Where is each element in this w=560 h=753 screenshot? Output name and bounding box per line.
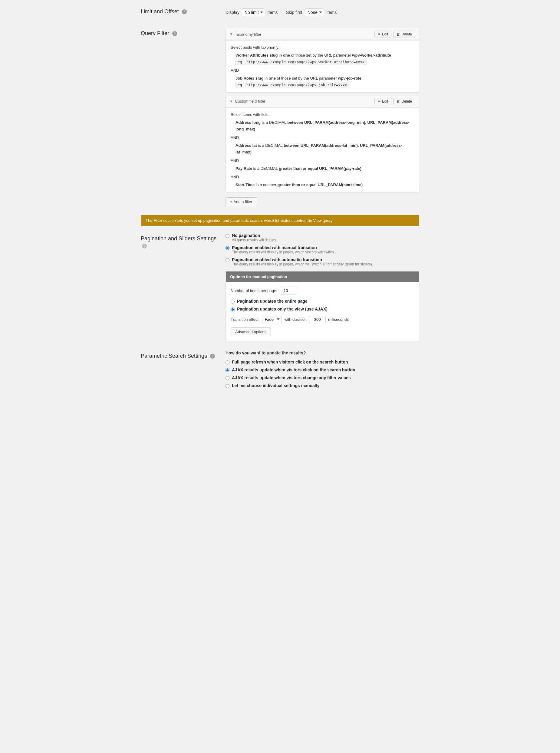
pagination-auto-label: Pagination enabled with automatic transi… — [232, 257, 373, 262]
pagination-auto-option: Pagination enabled with automatic transi… — [225, 257, 419, 266]
parametric-question: How do you want to update the results? — [225, 350, 419, 355]
update-view-radio[interactable] — [231, 307, 235, 311]
start-time-line: Start Time is a number greater than or e… — [236, 183, 363, 187]
param-ajax-button-radio[interactable] — [225, 368, 229, 372]
param-full-refresh-label: Full page refresh when visitors click on… — [232, 360, 348, 364]
no-pagination-option: No pagination All query results will dis… — [225, 233, 419, 242]
items-per-page-label: Number of items per page: — [231, 288, 277, 293]
manual-pagination-panel-header: Options for manual pagination — [226, 271, 419, 282]
edit-icon: ✏ — [378, 32, 381, 36]
update-view-option: Pagination updates only the view (use AJ… — [231, 307, 414, 311]
query-filter-section: Query Filter ? ▼ Taxonomy filter ✏ Edit — [141, 28, 419, 206]
parametric-help-icon[interactable]: ? — [210, 354, 215, 359]
update-radio-group: Pagination updates the entire page Pagin… — [231, 299, 414, 311]
taxonomy-edit-button[interactable]: ✏ Edit — [375, 30, 392, 38]
custom-field-edit-button[interactable]: ✏ Edit — [375, 98, 392, 105]
filter-funnel-icon: ▼ — [229, 32, 233, 36]
pagination-section: Pagination and Sliders Settings ? No pag… — [141, 233, 419, 341]
items-label: items — [267, 10, 278, 15]
parametric-radio-group: Full page refresh when visitors click on… — [225, 360, 419, 388]
custom-field-filter-box: ▼ Custom field filter ✏ Edit 🗑 Delete — [225, 95, 419, 192]
taxonomy-filter-actions: ✏ Edit 🗑 Delete — [375, 30, 415, 38]
update-entire-label: Pagination updates the entire page — [237, 299, 307, 304]
transition-effect-row: Transition effect: Fade Slide None with … — [231, 316, 414, 323]
and1: AND — [231, 67, 414, 74]
no-pagination-radio[interactable] — [225, 234, 229, 238]
param-full-refresh-radio[interactable] — [225, 361, 229, 364]
custom-field-filter-actions: ✏ Edit 🗑 Delete — [375, 98, 415, 105]
advanced-options-button[interactable]: Advanced options — [231, 327, 271, 336]
taxonomy-delete-button[interactable]: 🗑 Delete — [393, 30, 415, 38]
pagination-manual-desc: The query results will display in pages,… — [232, 250, 335, 254]
display-select[interactable]: No limit 5 10 20 50 100 — [242, 8, 265, 16]
pagination-manual-label: Pagination enabled with manual transitio… — [232, 245, 335, 250]
custom-field-filter-title: ▼ Custom field filter — [229, 99, 265, 103]
manual-pagination-panel: Options for manual pagination Number of … — [225, 271, 419, 341]
pagination-content: No pagination All query results will dis… — [225, 233, 419, 341]
items-per-page-spinner — [280, 287, 296, 294]
info-banner: The Filter section lets you set up pagin… — [141, 215, 419, 226]
pagination-help-icon[interactable]: ? — [142, 244, 147, 248]
worker-attr-eg: eg. http://www.example.com/page/?wpv-wor… — [236, 59, 366, 65]
taxonomy-filter-title: ▼ Taxonomy filter — [229, 32, 261, 37]
update-view-label: Pagination updates only the view (use AJ… — [237, 307, 327, 311]
limit-offset-content: Display No limit 5 10 20 50 100 items | … — [225, 6, 419, 19]
delete-icon2: 🗑 — [397, 99, 400, 103]
pagination-label: Pagination and Sliders Settings ? — [141, 233, 225, 248]
add-filter-label: Add a filter — [234, 200, 253, 204]
param-full-refresh-option: Full page refresh when visitors click on… — [225, 360, 419, 364]
display-label: Display — [225, 10, 239, 15]
address-long-line: Address long is a DECIMAL between URL_PA… — [236, 120, 409, 131]
duration-label: with duration — [284, 317, 307, 322]
parametric-content: How do you want to update the results? F… — [225, 350, 419, 393]
advanced-options-row: Advanced options — [231, 327, 414, 336]
pagination-manual-radio[interactable] — [225, 246, 229, 250]
custom-field-intro: Select items with field: — [231, 111, 414, 118]
add-filter-icon: + — [230, 200, 233, 204]
skip-select[interactable]: None 1 2 5 10 — [305, 8, 324, 16]
param-ajax-filter-option: AJAX results update when visitors change… — [225, 375, 419, 380]
custom-field-filter-header: ▼ Custom field filter ✏ Edit 🗑 Delete — [226, 95, 419, 108]
query-filter-help-icon[interactable]: ? — [172, 31, 177, 36]
param-manual-radio[interactable] — [225, 384, 229, 388]
and2: AND — [231, 135, 414, 141]
manual-pagination-title: Options for manual pagination — [230, 274, 287, 279]
pagination-radio-group: No pagination All query results will dis… — [225, 233, 419, 266]
no-pagination-desc: All query results will display. — [232, 238, 277, 242]
duration-unit: miliseconds — [328, 317, 349, 322]
update-entire-option: Pagination updates the entire page — [231, 299, 414, 304]
job-role-eg: eg. http://www.example.com/page/?wpv-job… — [236, 82, 349, 88]
custom-field-delete-button[interactable]: 🗑 Delete — [393, 98, 415, 105]
update-entire-radio[interactable] — [231, 300, 235, 304]
parametric-section: Parametric Search Settings ? How do you … — [141, 350, 419, 393]
duration-input[interactable] — [309, 316, 326, 323]
custom-field-filter-title-text: Custom field filter — [235, 99, 265, 103]
custom-field-filter-body: Select items with field: Address long is… — [226, 108, 419, 192]
filter-funnel-icon2: ▼ — [229, 99, 233, 103]
pagination-auto-radio[interactable] — [225, 258, 229, 262]
param-ajax-button-label: AJAX results update when visitors click … — [232, 367, 355, 372]
pagination-manual-option: Pagination enabled with manual transitio… — [225, 245, 419, 254]
parametric-label: Parametric Search Settings ? — [141, 350, 225, 359]
param-manual-label: Let me choose individual settings manual… — [232, 383, 319, 388]
param-ajax-filter-radio[interactable] — [225, 376, 229, 380]
items-per-page-input[interactable] — [280, 287, 296, 294]
advanced-options-label: Advanced options — [235, 330, 266, 334]
transition-label: Transition effect: — [231, 317, 259, 322]
pagination-auto-desc: The query results will display in pages,… — [232, 262, 373, 266]
transition-select[interactable]: Fade Slide None — [262, 316, 282, 323]
manual-pagination-panel-body: Number of items per page: Pagination upd… — [226, 282, 419, 341]
limit-offset-label: Limit and Offset ? — [141, 6, 225, 15]
param-manual-option: Let me choose individual settings manual… — [225, 383, 419, 388]
taxonomy-filter-header: ▼ Taxonomy filter ✏ Edit 🗑 Delete — [226, 28, 419, 41]
job-roles-slug: Job Roles slug in one of those set by th… — [236, 76, 361, 81]
add-filter-button[interactable]: + Add a filter — [225, 197, 257, 206]
items-label2: items — [327, 10, 337, 15]
items-per-page-row: Number of items per page: — [231, 287, 414, 294]
edit-icon2: ✏ — [378, 99, 381, 103]
no-pagination-label: No pagination — [232, 233, 277, 238]
query-filter-label: Query Filter ? — [141, 28, 225, 37]
limit-offset-section: Limit and Offset ? Display No limit 5 10… — [141, 6, 419, 19]
info-banner-text: The Filter section lets you set up pagin… — [146, 218, 333, 223]
limit-offset-help-icon[interactable]: ? — [182, 9, 187, 14]
